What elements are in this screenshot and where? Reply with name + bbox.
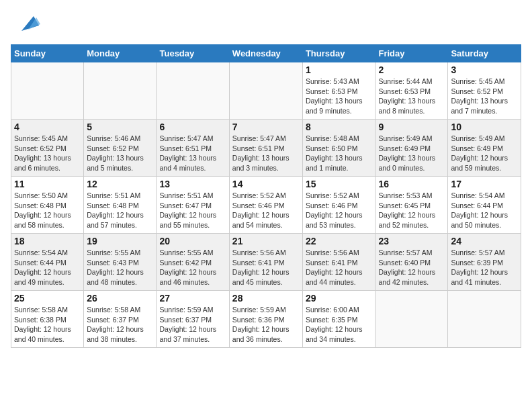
day-info: Sunrise: 5:57 AM Sunset: 6:40 PM Dayligh… (378, 248, 445, 287)
day-info: Sunrise: 5:58 AM Sunset: 6:37 PM Dayligh… (87, 305, 153, 345)
day-number: 5 (87, 122, 153, 132)
calendar-cell: 10Sunrise: 5:49 AM Sunset: 6:49 PM Dayli… (448, 120, 521, 177)
day-info: Sunrise: 5:50 AM Sunset: 6:48 PM Dayligh… (14, 191, 81, 230)
day-header-friday: Friday (375, 45, 448, 62)
calendar-cell: 9Sunrise: 5:49 AM Sunset: 6:49 PM Daylig… (375, 120, 448, 177)
calendar-cell: 15Sunrise: 5:52 AM Sunset: 6:46 PM Dayli… (302, 177, 375, 234)
calendar-cell (229, 62, 302, 120)
day-info: Sunrise: 5:47 AM Sunset: 6:51 PM Dayligh… (232, 134, 300, 173)
day-info: Sunrise: 5:59 AM Sunset: 6:36 PM Dayligh… (232, 305, 300, 345)
calendar-cell: 24Sunrise: 5:57 AM Sunset: 6:39 PM Dayli… (448, 234, 521, 291)
day-info: Sunrise: 5:47 AM Sunset: 6:51 PM Dayligh… (159, 134, 226, 173)
calendar-cell: 8Sunrise: 5:48 AM Sunset: 6:50 PM Daylig… (302, 120, 375, 177)
day-number: 11 (14, 179, 81, 189)
day-number: 13 (159, 179, 226, 189)
calendar-cell: 21Sunrise: 5:56 AM Sunset: 6:41 PM Dayli… (229, 234, 302, 291)
day-header-tuesday: Tuesday (157, 45, 229, 62)
day-info: Sunrise: 5:57 AM Sunset: 6:39 PM Dayligh… (451, 248, 518, 287)
calendar-cell (448, 291, 521, 348)
day-info: Sunrise: 5:51 AM Sunset: 6:47 PM Dayligh… (159, 191, 226, 230)
day-number: 16 (378, 179, 445, 189)
day-number: 21 (232, 236, 300, 246)
day-info: Sunrise: 5:54 AM Sunset: 6:44 PM Dayligh… (451, 191, 518, 230)
calendar-cell: 23Sunrise: 5:57 AM Sunset: 6:40 PM Dayli… (375, 234, 448, 291)
logo-icon (15, 11, 40, 39)
day-info: Sunrise: 5:48 AM Sunset: 6:50 PM Dayligh… (306, 134, 373, 173)
calendar-week-row: 11Sunrise: 5:50 AM Sunset: 6:48 PM Dayli… (11, 177, 521, 234)
logo (11, 11, 40, 39)
day-header-wednesday: Wednesday (229, 45, 302, 62)
day-info: Sunrise: 5:49 AM Sunset: 6:49 PM Dayligh… (451, 134, 518, 173)
calendar-table: SundayMondayTuesdayWednesdayThursdayFrid… (11, 44, 521, 348)
day-info: Sunrise: 5:56 AM Sunset: 6:41 PM Dayligh… (306, 248, 373, 287)
day-number: 15 (306, 179, 373, 189)
calendar-cell (11, 62, 84, 120)
calendar-cell: 6Sunrise: 5:47 AM Sunset: 6:51 PM Daylig… (157, 120, 229, 177)
day-number: 4 (14, 122, 81, 132)
day-number: 23 (378, 236, 445, 246)
day-number: 19 (87, 236, 153, 246)
day-info: Sunrise: 5:45 AM Sunset: 6:52 PM Dayligh… (451, 77, 518, 116)
day-info: Sunrise: 5:44 AM Sunset: 6:53 PM Dayligh… (378, 77, 445, 116)
day-info: Sunrise: 5:51 AM Sunset: 6:48 PM Dayligh… (87, 191, 153, 230)
day-number: 6 (159, 122, 226, 132)
calendar-cell: 2Sunrise: 5:44 AM Sunset: 6:53 PM Daylig… (375, 62, 448, 120)
day-number: 22 (306, 236, 373, 246)
calendar-week-row: 25Sunrise: 5:58 AM Sunset: 6:38 PM Dayli… (11, 291, 521, 348)
calendar-cell: 16Sunrise: 5:53 AM Sunset: 6:45 PM Dayli… (375, 177, 448, 234)
calendar-cell: 14Sunrise: 5:52 AM Sunset: 6:46 PM Dayli… (229, 177, 302, 234)
day-info: Sunrise: 5:46 AM Sunset: 6:52 PM Dayligh… (87, 134, 153, 173)
calendar-cell: 1Sunrise: 5:43 AM Sunset: 6:53 PM Daylig… (302, 62, 375, 120)
day-info: Sunrise: 5:54 AM Sunset: 6:44 PM Dayligh… (14, 248, 81, 287)
day-number: 26 (87, 293, 153, 304)
calendar-cell: 17Sunrise: 5:54 AM Sunset: 6:44 PM Dayli… (448, 177, 521, 234)
calendar-cell: 27Sunrise: 5:59 AM Sunset: 6:37 PM Dayli… (157, 291, 229, 348)
day-info: Sunrise: 5:55 AM Sunset: 6:42 PM Dayligh… (159, 248, 226, 287)
day-number: 2 (378, 64, 445, 75)
calendar-cell: 4Sunrise: 5:45 AM Sunset: 6:52 PM Daylig… (11, 120, 84, 177)
calendar-cell: 3Sunrise: 5:45 AM Sunset: 6:52 PM Daylig… (448, 62, 521, 120)
day-number: 14 (232, 179, 300, 189)
day-number: 20 (159, 236, 226, 246)
day-number: 25 (14, 293, 81, 304)
page-header (11, 11, 521, 39)
day-info: Sunrise: 5:56 AM Sunset: 6:41 PM Dayligh… (232, 248, 300, 287)
calendar-week-row: 18Sunrise: 5:54 AM Sunset: 6:44 PM Dayli… (11, 234, 521, 291)
calendar-cell (84, 62, 157, 120)
day-info: Sunrise: 6:00 AM Sunset: 6:35 PM Dayligh… (306, 305, 373, 345)
day-info: Sunrise: 5:45 AM Sunset: 6:52 PM Dayligh… (14, 134, 81, 173)
day-info: Sunrise: 5:59 AM Sunset: 6:37 PM Dayligh… (159, 305, 226, 345)
day-header-sunday: Sunday (11, 45, 84, 62)
day-number: 18 (14, 236, 81, 246)
calendar-cell: 5Sunrise: 5:46 AM Sunset: 6:52 PM Daylig… (84, 120, 157, 177)
calendar-cell: 22Sunrise: 5:56 AM Sunset: 6:41 PM Dayli… (302, 234, 375, 291)
calendar-cell (375, 291, 448, 348)
day-number: 8 (306, 122, 373, 132)
calendar-cell: 13Sunrise: 5:51 AM Sunset: 6:47 PM Dayli… (157, 177, 229, 234)
day-number: 3 (451, 64, 518, 75)
day-info: Sunrise: 5:53 AM Sunset: 6:45 PM Dayligh… (378, 191, 445, 230)
day-header-thursday: Thursday (302, 45, 375, 62)
calendar-cell: 20Sunrise: 5:55 AM Sunset: 6:42 PM Dayli… (157, 234, 229, 291)
calendar-cell: 28Sunrise: 5:59 AM Sunset: 6:36 PM Dayli… (229, 291, 302, 348)
day-number: 10 (451, 122, 518, 132)
day-info: Sunrise: 5:49 AM Sunset: 6:49 PM Dayligh… (378, 134, 445, 173)
day-info: Sunrise: 5:55 AM Sunset: 6:43 PM Dayligh… (87, 248, 153, 287)
calendar-cell: 26Sunrise: 5:58 AM Sunset: 6:37 PM Dayli… (84, 291, 157, 348)
day-number: 27 (159, 293, 226, 304)
day-number: 7 (232, 122, 300, 132)
day-number: 9 (378, 122, 445, 132)
calendar-cell: 29Sunrise: 6:00 AM Sunset: 6:35 PM Dayli… (302, 291, 375, 348)
day-info: Sunrise: 5:52 AM Sunset: 6:46 PM Dayligh… (306, 191, 373, 230)
calendar-week-row: 1Sunrise: 5:43 AM Sunset: 6:53 PM Daylig… (11, 62, 521, 120)
calendar-week-row: 4Sunrise: 5:45 AM Sunset: 6:52 PM Daylig… (11, 120, 521, 177)
day-info: Sunrise: 5:52 AM Sunset: 6:46 PM Dayligh… (232, 191, 300, 230)
day-header-monday: Monday (84, 45, 157, 62)
day-number: 24 (451, 236, 518, 246)
day-info: Sunrise: 5:58 AM Sunset: 6:38 PM Dayligh… (14, 305, 81, 345)
calendar-cell (157, 62, 229, 120)
calendar-cell: 19Sunrise: 5:55 AM Sunset: 6:43 PM Dayli… (84, 234, 157, 291)
calendar-cell: 25Sunrise: 5:58 AM Sunset: 6:38 PM Dayli… (11, 291, 84, 348)
day-info: Sunrise: 5:43 AM Sunset: 6:53 PM Dayligh… (306, 77, 373, 116)
day-header-saturday: Saturday (448, 45, 521, 62)
